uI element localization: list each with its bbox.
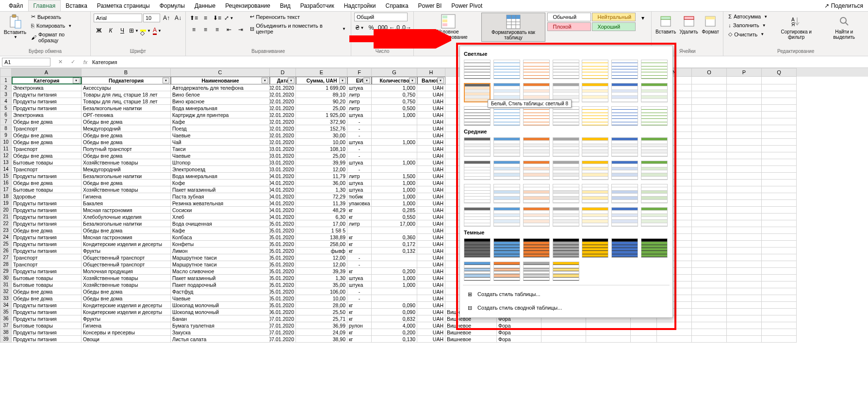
cell[interactable]: Попутный транспорт — [82, 146, 171, 152]
cell[interactable]: Мясная гастрономия — [82, 234, 171, 241]
column-header[interactable]: C — [171, 68, 270, 77]
cell[interactable]: UAH — [417, 220, 445, 227]
filter-arrow-button[interactable]: ▼ — [73, 78, 80, 83]
cell[interactable]: Бытовые товары — [12, 275, 82, 281]
cell[interactable] — [727, 268, 762, 275]
cell[interactable]: Бытовые товары — [12, 281, 82, 288]
row-header[interactable]: 21 — [0, 214, 12, 220]
cell[interactable] — [762, 295, 797, 302]
cell[interactable]: Паста зубная — [171, 193, 270, 200]
cell[interactable]: 04.01.2020 — [270, 214, 296, 220]
cell[interactable]: Гигиена — [82, 193, 171, 200]
cell[interactable]: 1,30 — [296, 275, 347, 281]
cell[interactable]: 1,000 — [372, 139, 417, 146]
cell[interactable] — [586, 329, 631, 336]
table-style-option[interactable] — [493, 137, 520, 157]
row-header[interactable]: 30 — [0, 275, 12, 281]
cell[interactable]: Здоровье — [12, 193, 82, 200]
cell[interactable]: 05.01.2020 — [270, 248, 296, 254]
cell[interactable]: UAH — [417, 261, 445, 268]
cell[interactable] — [631, 322, 657, 329]
cell[interactable]: Продукты питания — [12, 234, 82, 241]
cell[interactable]: UAH — [417, 322, 445, 329]
table-style-option[interactable] — [641, 184, 668, 203]
cell[interactable]: Продукты питания — [12, 329, 82, 336]
row-header[interactable]: 35 — [0, 309, 12, 315]
cell[interactable]: Молочная продукция — [82, 268, 171, 275]
cell[interactable]: Фрукты — [82, 248, 171, 254]
cell[interactable]: Продукты питания — [12, 248, 82, 254]
cell[interactable] — [727, 152, 762, 159]
cell[interactable]: Маршрутное такси — [171, 254, 270, 261]
cell[interactable]: Кофе — [171, 180, 270, 186]
cancel-formula-button[interactable]: ✕ — [55, 59, 65, 65]
cell[interactable]: Чаевые — [171, 132, 270, 139]
table-style-option[interactable] — [523, 184, 550, 203]
table-style-option[interactable] — [493, 161, 520, 180]
cell[interactable] — [692, 173, 727, 180]
row-header[interactable]: 11 — [0, 146, 12, 152]
cell[interactable]: Продукты питания — [12, 91, 82, 98]
row-header[interactable]: 38 — [0, 329, 12, 336]
cell[interactable] — [692, 200, 727, 207]
cell[interactable]: UAH — [417, 98, 445, 105]
cell[interactable] — [762, 91, 797, 98]
table-style-option[interactable] — [493, 207, 520, 227]
cell[interactable]: Хлеб — [171, 214, 270, 220]
table-style-option[interactable] — [553, 60, 579, 79]
cell[interactable]: Бытовые товары — [12, 186, 82, 193]
cell[interactable]: 1 925,00 — [296, 112, 347, 118]
filter-arrow-button[interactable]: ▼ — [363, 78, 370, 83]
cell[interactable] — [541, 322, 586, 329]
merge-center-button[interactable]: ⊟Объединить и поместить в центре▼ — [248, 22, 348, 35]
cell[interactable]: 0,132 — [372, 248, 417, 254]
row-header[interactable]: 24 — [0, 234, 12, 241]
cell[interactable]: UAH — [417, 112, 445, 118]
cell[interactable] — [727, 146, 762, 152]
table-style-option[interactable] — [464, 207, 491, 227]
cell[interactable]: 35,00 — [296, 281, 347, 288]
cell[interactable] — [692, 105, 727, 112]
tab-developer[interactable]: Разработчик — [295, 0, 339, 11]
cell[interactable]: UAH — [417, 152, 445, 159]
cell[interactable] — [727, 118, 762, 125]
cell[interactable]: ОРГ-техника — [82, 112, 171, 118]
cell[interactable] — [692, 295, 727, 302]
cell[interactable] — [762, 220, 797, 227]
cell[interactable]: Продукты питания — [12, 268, 82, 275]
cell[interactable] — [762, 261, 797, 268]
cell[interactable]: 05.01.2020 — [270, 227, 296, 234]
cell[interactable]: 89,10 — [296, 91, 347, 98]
cell[interactable] — [692, 275, 727, 281]
cell[interactable]: Электропоезд — [171, 166, 270, 173]
cell[interactable]: кг — [347, 309, 372, 315]
cell[interactable] — [727, 98, 762, 105]
cell[interactable]: 4,000 — [372, 322, 417, 329]
cell[interactable]: 138,89 — [296, 234, 347, 241]
cell[interactable]: Гигиена — [82, 322, 171, 329]
cell[interactable]: 17,00 — [296, 220, 347, 227]
cell[interactable]: 25,50 — [296, 309, 347, 315]
cell[interactable]: 1,000 — [372, 281, 417, 288]
cell[interactable] — [762, 173, 797, 180]
cell[interactable]: UAH — [417, 214, 445, 220]
cell[interactable] — [727, 91, 762, 98]
table-style-option[interactable] — [464, 262, 491, 281]
cell[interactable] — [692, 125, 727, 132]
cell[interactable] — [727, 77, 762, 84]
tab-formulas[interactable]: Формулы — [155, 0, 190, 11]
cell[interactable]: Закуска — [171, 329, 270, 336]
cell[interactable]: UAH — [417, 159, 445, 166]
table-style-option[interactable] — [523, 106, 550, 126]
tab-view[interactable]: Вид — [275, 0, 295, 11]
cell[interactable]: 0,090 — [372, 302, 417, 309]
cell[interactable] — [762, 132, 797, 139]
cell[interactable]: Кондитерские изделия и десерты — [82, 309, 171, 315]
cell[interactable]: Безалкогольные напитки — [82, 173, 171, 180]
table-style-option[interactable] — [553, 137, 579, 157]
cell[interactable] — [762, 125, 797, 132]
cell[interactable]: UAH — [417, 309, 445, 315]
fx-button[interactable]: fx — [81, 59, 90, 65]
cell[interactable]: литр — [347, 98, 372, 105]
table-style-option[interactable] — [641, 137, 668, 157]
